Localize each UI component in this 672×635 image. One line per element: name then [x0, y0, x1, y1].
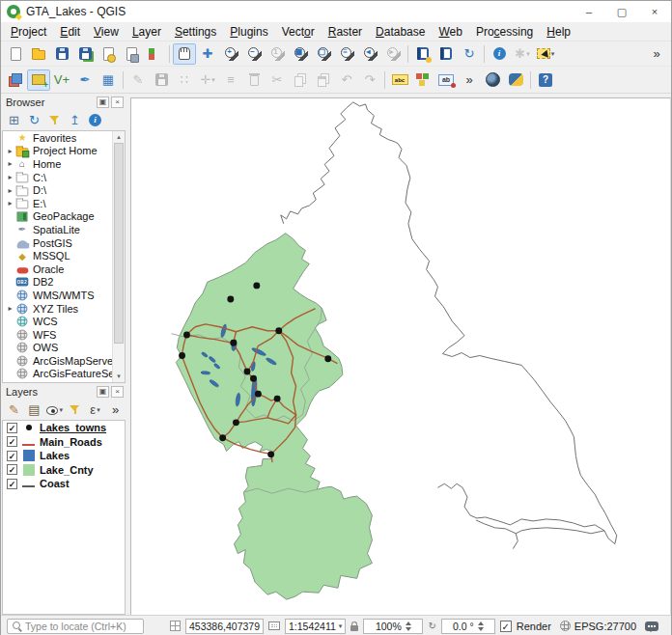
new-project[interactable]	[4, 43, 27, 65]
zoom-full[interactable]	[289, 43, 312, 65]
new-geopackage-layer[interactable]	[27, 69, 50, 91]
filter-legend[interactable]	[66, 401, 84, 419]
layer-item-lakes-towns[interactable]: ✓Lakes_towns	[3, 421, 125, 435]
messages-icon[interactable]	[645, 621, 658, 631]
copy-features[interactable]	[289, 69, 312, 91]
layers-close-button[interactable]: ×	[111, 386, 124, 398]
crs-status[interactable]: EPSG:27700	[560, 621, 636, 632]
browser-item-favorites[interactable]: ★Favorites	[3, 131, 125, 145]
layers-panel-overflow[interactable]: »	[106, 401, 125, 419]
layer-checkbox[interactable]: ✓	[7, 451, 17, 461]
layers-float-button[interactable]: ▣	[97, 386, 109, 398]
lock-scale-icon[interactable]	[350, 625, 358, 631]
new-print-layout[interactable]	[97, 43, 120, 65]
browser-item-wfs[interactable]: WFS	[3, 328, 125, 342]
refresh-browser[interactable]: ↻	[25, 112, 43, 129]
menu-item-vector[interactable]: Vector	[275, 23, 322, 41]
layer-item-main-roads[interactable]: ✓Main_Roads	[3, 435, 125, 450]
browser-item-arcgismapserver[interactable]: ArcGisMapServer	[3, 354, 125, 368]
new-virtual-layer[interactable]: ▦	[97, 69, 120, 91]
browser-item-arcgisfeatureserver[interactable]: ArcGisFeatureServer	[3, 368, 125, 381]
modify-attributes[interactable]: ≡	[219, 69, 242, 91]
magnifier-spinner[interactable]	[406, 621, 411, 631]
coordinate-box[interactable]: 453386,407379	[185, 619, 264, 634]
map-canvas[interactable]	[130, 97, 671, 615]
filter-browser[interactable]	[45, 112, 64, 129]
browser-properties[interactable]	[86, 112, 104, 129]
vertex-tool[interactable]: ✛▾	[196, 69, 219, 91]
zoom-to-layer[interactable]	[335, 43, 358, 65]
identify-features[interactable]	[488, 43, 511, 65]
new-shapefile-layer[interactable]: V+	[50, 69, 73, 91]
open-layer-styling-panel[interactable]: ✎	[5, 401, 23, 419]
layer-labeling-options[interactable]	[388, 69, 411, 91]
zoom-in[interactable]	[219, 43, 242, 65]
style-manager[interactable]	[143, 43, 166, 65]
manage-map-themes-dropdown-icon[interactable]: ▾	[59, 406, 63, 414]
toolbar1-overflow[interactable]: »	[645, 43, 668, 65]
browser-item-geopackage[interactable]: GeoPackage	[3, 210, 125, 224]
render-checkbox[interactable]: ✓	[500, 621, 512, 632]
extent-toggle-icon[interactable]	[268, 621, 280, 630]
layer-checkbox[interactable]: ✓	[7, 423, 17, 433]
show-spatial-bookmarks[interactable]	[434, 43, 458, 65]
layer-item-lakes[interactable]: ✓Lakes	[3, 449, 125, 463]
label-pin-unpin[interactable]	[434, 69, 458, 91]
close-button[interactable]: ×	[638, 1, 671, 22]
menu-item-processing[interactable]: Processing	[469, 23, 540, 41]
browser-item-home[interactable]: ▸⌂Home	[3, 157, 125, 171]
browser-item-ows[interactable]: OWS	[3, 342, 125, 355]
browser-item-mssql[interactable]: ◆MSSQL	[3, 249, 125, 262]
rotation-spinner[interactable]	[478, 621, 484, 631]
layer-styling-options[interactable]	[411, 69, 434, 91]
layer-checkbox[interactable]: ✓	[7, 436, 17, 447]
run-feature-action[interactable]: ✱▾	[511, 43, 534, 65]
menu-item-raster[interactable]: Raster	[322, 23, 369, 41]
zoom-to-selection[interactable]	[312, 43, 335, 65]
pan-map-to-selection[interactable]: ✚	[196, 43, 219, 65]
expand-icon[interactable]: ▸	[6, 159, 14, 168]
browser-close-button[interactable]: ×	[111, 97, 124, 108]
menu-item-web[interactable]: Web	[432, 23, 468, 41]
browser-item-wcs[interactable]: WCS	[3, 315, 125, 328]
browser-float-button[interactable]: ▣	[97, 97, 109, 108]
open-data-source-manager[interactable]	[4, 69, 27, 91]
expand-icon[interactable]: ▸	[6, 147, 14, 155]
scale-box[interactable]: 1:1542411 ▾	[285, 619, 346, 634]
metasearch[interactable]	[481, 69, 504, 91]
browser-item-e[interactable]: ▸E:\	[3, 197, 125, 210]
redo[interactable]: ↷	[358, 69, 381, 91]
select-features[interactable]: ▾	[534, 43, 557, 65]
expand-icon[interactable]: ▸	[6, 173, 14, 181]
undo[interactable]: ↶	[335, 69, 358, 91]
menu-item-project[interactable]: Project	[4, 23, 53, 41]
browser-item-postgis[interactable]: PostGIS	[3, 236, 125, 250]
menu-item-plugins[interactable]: Plugins	[223, 23, 274, 41]
scrollbar-thumb[interactable]	[114, 143, 124, 344]
maximize-button[interactable]: ▢	[605, 1, 638, 22]
open-project[interactable]	[27, 43, 50, 65]
scale-dropdown-icon[interactable]: ▾	[339, 622, 343, 630]
save-project-as[interactable]	[73, 43, 97, 65]
zoom-next[interactable]	[381, 43, 405, 65]
browser-item-spatialite[interactable]: ✒SpatiaLite	[3, 223, 125, 236]
menu-item-edit[interactable]: Edit	[53, 23, 87, 41]
run-feature-action-dropdown-icon[interactable]: ▾	[526, 50, 530, 58]
browser-item-db2[interactable]: DB2	[3, 276, 125, 290]
browser-item-c[interactable]: ▸C:\	[3, 171, 125, 184]
new-spatialite-layer[interactable]: ✒	[73, 69, 97, 91]
zoom-last[interactable]	[358, 43, 381, 65]
new-spatial-bookmark[interactable]	[411, 43, 434, 65]
expand-icon[interactable]: ▸	[6, 186, 14, 195]
paste-features[interactable]	[312, 69, 335, 91]
expand-icon[interactable]: ▸	[6, 304, 14, 313]
minimize-button[interactable]: –	[573, 1, 605, 22]
layer-item-lake-cnty[interactable]: ✓Lake_Cnty	[3, 463, 125, 478]
zoom-out[interactable]	[242, 43, 266, 65]
toggle-editing[interactable]: ✎	[126, 69, 150, 91]
add-feature[interactable]: ∷	[173, 69, 196, 91]
show-layout-manager[interactable]	[120, 43, 143, 65]
browser-item-oracle[interactable]: Oracle	[3, 262, 125, 276]
filter-by-expression-dropdown-icon[interactable]: ▾	[97, 406, 100, 414]
add-group[interactable]: ▤	[25, 401, 43, 419]
